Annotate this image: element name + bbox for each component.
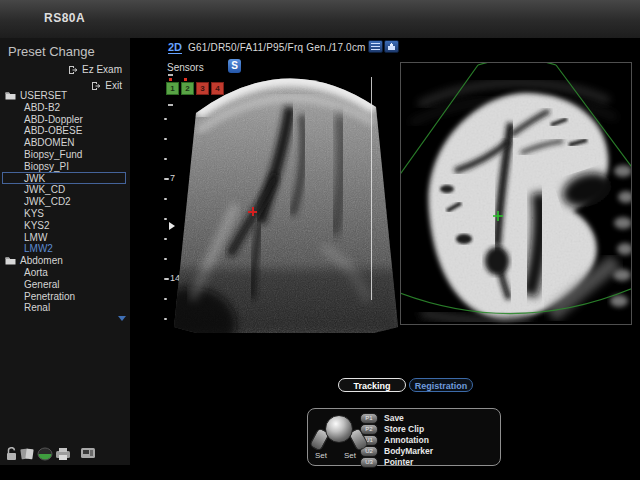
tree-item-label: Penetration [24, 291, 75, 303]
ez-exam-button[interactable]: Ez Exam [68, 64, 122, 75]
exit-door-icon [68, 65, 78, 75]
bodymarker-mini-icon[interactable] [384, 40, 399, 53]
clipboard-mini-icon[interactable] [368, 40, 383, 53]
tree-item-label: General [24, 279, 60, 291]
lock-icon [6, 447, 17, 461]
set-label-right: Set [344, 451, 356, 460]
registration-button[interactable]: Registration [409, 378, 473, 392]
media-card-icon [80, 447, 96, 459]
tracking-button[interactable]: Tracking [338, 378, 406, 392]
key-hint-pointer: U3Pointer [360, 457, 413, 467]
tree-item-jwk_cd[interactable]: JWK_CD [0, 184, 130, 196]
ruler-tick [164, 178, 169, 180]
tree-item-label: Biopsy_Fund [24, 149, 82, 161]
tree-item-label: JWK_CD [24, 184, 65, 196]
key-hint-label: BodyMarker [384, 446, 433, 456]
tree-item-kys2[interactable]: KYS2 [0, 220, 130, 232]
key-badge-icon: P1 [360, 413, 378, 424]
key-hint-save: P1Save [360, 413, 404, 423]
ruler-tick [164, 198, 167, 200]
ruler-tick [164, 278, 169, 280]
mode-indicator: 2D [168, 41, 182, 54]
set-label-left: Set [315, 451, 327, 460]
us-target-marker-icon[interactable] [248, 207, 257, 216]
key-hint-annotation: U1Annotation [360, 435, 429, 445]
tree-item-penetration[interactable]: Penetration [0, 291, 130, 303]
key-hint-store-clip: P2Store Clip [360, 424, 424, 434]
app-window: RS80A Preset Change Ez Exam Exit USERSET… [0, 0, 640, 480]
system-title: RS80A [44, 11, 85, 25]
mri-fusion-panel [400, 62, 632, 325]
tree-item-label: ABD-OBESE [24, 125, 82, 137]
tree-item-lmw[interactable]: LMW [0, 232, 130, 244]
tree-item-label: ABD-Doppler [24, 114, 83, 126]
imaging-area: 2D G61/DR50/FA11/P95/Frq Gen./17.0cm Sen… [130, 38, 640, 480]
probe-orientation-marker: S [228, 59, 241, 73]
exit-door-icon [91, 81, 101, 91]
tree-item-label: LMW [24, 232, 47, 244]
mri-image [401, 63, 631, 324]
printer-icon [54, 447, 72, 461]
trackball-icon[interactable] [325, 415, 353, 443]
export-files-icon [20, 447, 35, 461]
ultrasound-image [172, 55, 400, 333]
preset-tree: USERSETABD-B2ABD-DopplerABD-OBESEABDOMEN… [0, 90, 130, 314]
tree-item-abd-doppler[interactable]: ABD-Doppler [0, 114, 130, 126]
tree-item-label: KYS [24, 208, 44, 220]
scroll-down-icon[interactable] [118, 316, 126, 321]
ez-exam-label: Ez Exam [82, 64, 122, 75]
key-hint-label: Save [384, 413, 404, 423]
folder-icon [5, 256, 16, 265]
key-hint-label: Store Clip [384, 424, 424, 434]
image-parameters: G61/DR50/FA11/P95/Frq Gen./17.0cm [188, 42, 366, 53]
preset-sidebar: Preset Change Ez Exam Exit USERSETABD-B2… [0, 38, 130, 465]
sidebar-heading: Preset Change [8, 44, 95, 59]
tree-item-label: KYS2 [24, 220, 50, 232]
tree-item-label: Renal [24, 302, 50, 314]
ruler-tick [164, 238, 167, 240]
tree-item-label: JWK_CD2 [24, 196, 71, 208]
tree-item-abd-obese[interactable]: ABD-OBESE [0, 125, 130, 137]
tree-item-label: JWK [24, 173, 45, 185]
trackball-hint-panel: Set Set P1SaveP2Store ClipU1AnnotationU2… [307, 408, 501, 466]
tree-item-jwk_cd2[interactable]: JWK_CD2 [0, 196, 130, 208]
tree-item-biopsy_fund[interactable]: Biopsy_Fund [0, 149, 130, 161]
tree-item-renal[interactable]: Renal [0, 302, 130, 314]
key-hint-bodymarker: U2BodyMarker [360, 446, 433, 456]
ruler-tick [164, 158, 167, 160]
tree-item-aorta[interactable]: Aorta [0, 267, 130, 279]
tree-item-label: USERSET [20, 90, 67, 102]
key-badge-icon: U3 [360, 457, 378, 468]
tree-item-abdomen[interactable]: Abdomen [0, 255, 130, 267]
ruler-tick [164, 258, 167, 260]
ruler-tick [164, 218, 167, 220]
tree-item-label: Aorta [24, 267, 48, 279]
needle-guide-line [371, 77, 372, 300]
tree-item-kys[interactable]: KYS [0, 208, 130, 220]
tree-item-abd-b2[interactable]: ABD-B2 [0, 102, 130, 114]
ruler-tick [164, 298, 167, 300]
tree-item-label: ABD-B2 [24, 102, 60, 114]
tree-item-lmw2[interactable]: LMW2 [0, 243, 130, 255]
key-hint-label: Pointer [384, 457, 413, 467]
status-green-icon [37, 447, 53, 461]
tree-item-userset[interactable]: USERSET [0, 90, 130, 102]
tree-item-jwk[interactable]: JWK [0, 173, 130, 185]
status-icon-bar [0, 446, 130, 464]
tree-item-label: LMW2 [24, 243, 53, 255]
folder-icon [5, 91, 16, 100]
key-hint-label: Annotation [384, 435, 429, 445]
ruler-tick [164, 318, 167, 320]
ruler-tick [164, 118, 167, 120]
title-bar: RS80A [0, 0, 640, 39]
tree-item-label: ABDOMEN [24, 137, 75, 149]
tree-item-abdomen[interactable]: ABDOMEN [0, 137, 130, 149]
tree-item-label: Abdomen [20, 255, 63, 267]
ruler-tick [164, 138, 167, 140]
tree-item-general[interactable]: General [0, 279, 130, 291]
